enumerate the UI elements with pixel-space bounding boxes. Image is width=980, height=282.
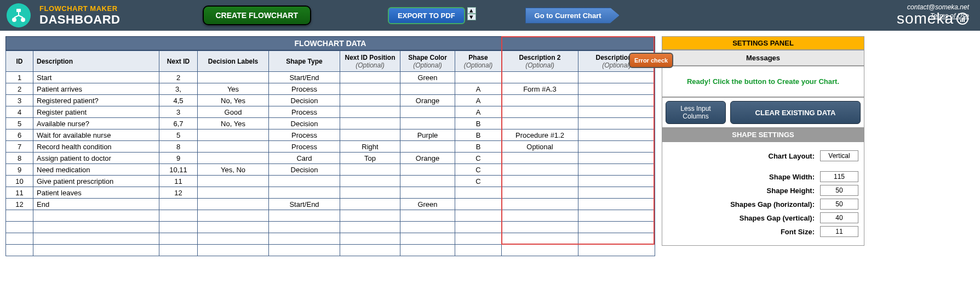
- cell-desc2[interactable]: [502, 118, 578, 129]
- cell-shape[interactable]: Process: [269, 129, 340, 141]
- goto-chart-button[interactable]: Go to Current Chart: [525, 8, 620, 24]
- cell-desc2[interactable]: [502, 72, 578, 83]
- cell-labels[interactable]: [198, 72, 269, 83]
- cell-color[interactable]: [400, 187, 455, 199]
- cell-labels[interactable]: Yes: [198, 83, 269, 95]
- cell-shape[interactable]: [269, 222, 340, 233]
- cell-id[interactable]: 6: [6, 129, 33, 141]
- cell-phase[interactable]: [455, 187, 502, 199]
- table-row[interactable]: 7Record health condition8ProcessRightBOp…: [6, 141, 655, 153]
- cell-id[interactable]: 10: [6, 176, 33, 187]
- cell-next-id[interactable]: 3,: [159, 83, 198, 95]
- cell-next-id[interactable]: 8: [159, 141, 198, 153]
- cell-next-id[interactable]: [159, 222, 198, 233]
- cell-labels[interactable]: Yes, No: [198, 164, 269, 176]
- cell-labels[interactable]: [198, 233, 269, 245]
- cell-id[interactable]: [6, 222, 33, 233]
- cell-color[interactable]: [400, 176, 455, 187]
- cell-description[interactable]: [33, 245, 159, 256]
- cell-id[interactable]: 9: [6, 164, 33, 176]
- error-check-button[interactable]: Error check: [629, 53, 673, 68]
- cell-desc2[interactable]: [502, 245, 578, 256]
- cell-labels[interactable]: No, Yes: [198, 95, 269, 106]
- cell-description[interactable]: [33, 210, 159, 222]
- cell-shape[interactable]: Card: [269, 153, 340, 164]
- cell-id[interactable]: 3: [6, 95, 33, 106]
- table-row[interactable]: [6, 233, 655, 245]
- export-pdf-button[interactable]: EXPORT TO PDF: [388, 7, 465, 24]
- cell-next-id[interactable]: 9: [159, 153, 198, 164]
- cell-color[interactable]: [400, 233, 455, 245]
- cell-id[interactable]: [6, 245, 33, 256]
- spinner-down-icon[interactable]: ▾: [467, 14, 476, 20]
- cell-next-id[interactable]: [159, 199, 198, 210]
- cell-nextpos[interactable]: [340, 106, 400, 118]
- chart-layout-input[interactable]: [820, 150, 858, 161]
- cell-shape[interactable]: Start/End: [269, 72, 340, 83]
- cell-id[interactable]: 11: [6, 187, 33, 199]
- cell-nextpos[interactable]: Right: [340, 141, 400, 153]
- cell-shape[interactable]: [269, 187, 340, 199]
- cell-color[interactable]: [400, 141, 455, 153]
- shape-height-input[interactable]: [820, 185, 858, 196]
- cell-nextpos[interactable]: Top: [340, 153, 400, 164]
- cell-desc3[interactable]: [578, 106, 655, 118]
- cell-labels[interactable]: [198, 153, 269, 164]
- cell-nextpos[interactable]: [340, 129, 400, 141]
- cell-description[interactable]: Give patient prescription: [33, 176, 159, 187]
- cell-desc2[interactable]: Procedure #1.2: [502, 129, 578, 141]
- cell-phase[interactable]: C: [455, 164, 502, 176]
- table-row[interactable]: 5Available nurse?6,7No, YesDecisionB: [6, 118, 655, 129]
- cell-nextpos[interactable]: [340, 118, 400, 129]
- cell-shape[interactable]: Start/End: [269, 199, 340, 210]
- cell-shape[interactable]: Decision: [269, 118, 340, 129]
- cell-shape[interactable]: [269, 210, 340, 222]
- cell-desc3[interactable]: [578, 187, 655, 199]
- gap-v-input[interactable]: [820, 212, 858, 223]
- table-row[interactable]: [6, 245, 655, 256]
- cell-desc2[interactable]: [502, 95, 578, 106]
- cell-color[interactable]: Orange: [400, 95, 455, 106]
- cell-color[interactable]: [400, 106, 455, 118]
- cell-description[interactable]: Patient leaves: [33, 187, 159, 199]
- cell-id[interactable]: 12: [6, 199, 33, 210]
- cell-phase[interactable]: B: [455, 129, 502, 141]
- cell-id[interactable]: [6, 210, 33, 222]
- cell-nextpos[interactable]: [340, 210, 400, 222]
- cell-desc2[interactable]: Form #A.3: [502, 83, 578, 95]
- cell-labels[interactable]: [198, 129, 269, 141]
- cell-nextpos[interactable]: [340, 187, 400, 199]
- cell-desc2[interactable]: Optional: [502, 141, 578, 153]
- cell-labels[interactable]: Good: [198, 106, 269, 118]
- cell-desc3[interactable]: [578, 83, 655, 95]
- table-row[interactable]: 10Give patient prescription11C: [6, 176, 655, 187]
- cell-color[interactable]: [400, 164, 455, 176]
- cell-labels[interactable]: [198, 210, 269, 222]
- cell-next-id[interactable]: 2: [159, 72, 198, 83]
- cell-description[interactable]: Need medication: [33, 164, 159, 176]
- cell-next-id[interactable]: 3: [159, 106, 198, 118]
- cell-next-id[interactable]: 4,5: [159, 95, 198, 106]
- cell-phase[interactable]: B: [455, 118, 502, 129]
- cell-color[interactable]: Green: [400, 72, 455, 83]
- cell-desc2[interactable]: [502, 233, 578, 245]
- table-row[interactable]: 6Wait for available nurse5ProcessPurpleB…: [6, 129, 655, 141]
- cell-labels[interactable]: [198, 222, 269, 233]
- cell-phase[interactable]: C: [455, 176, 502, 187]
- table-row[interactable]: 2Patient arrives3,YesProcessAForm #A.3: [6, 83, 655, 95]
- cell-color[interactable]: [400, 83, 455, 95]
- cell-next-id[interactable]: [159, 245, 198, 256]
- cell-phase[interactable]: [455, 199, 502, 210]
- cell-shape[interactable]: Process: [269, 106, 340, 118]
- cell-description[interactable]: Patient arrives: [33, 83, 159, 95]
- cell-labels[interactable]: No, Yes: [198, 118, 269, 129]
- cell-phase[interactable]: [455, 245, 502, 256]
- cell-color[interactable]: Purple: [400, 129, 455, 141]
- cell-next-id[interactable]: 5: [159, 129, 198, 141]
- table-row[interactable]: 12EndStart/EndGreen: [6, 199, 655, 210]
- table-row[interactable]: [6, 222, 655, 233]
- cell-description[interactable]: Record health condition: [33, 141, 159, 153]
- cell-labels[interactable]: [198, 187, 269, 199]
- cell-desc3[interactable]: [578, 129, 655, 141]
- cell-description[interactable]: Register patient: [33, 106, 159, 118]
